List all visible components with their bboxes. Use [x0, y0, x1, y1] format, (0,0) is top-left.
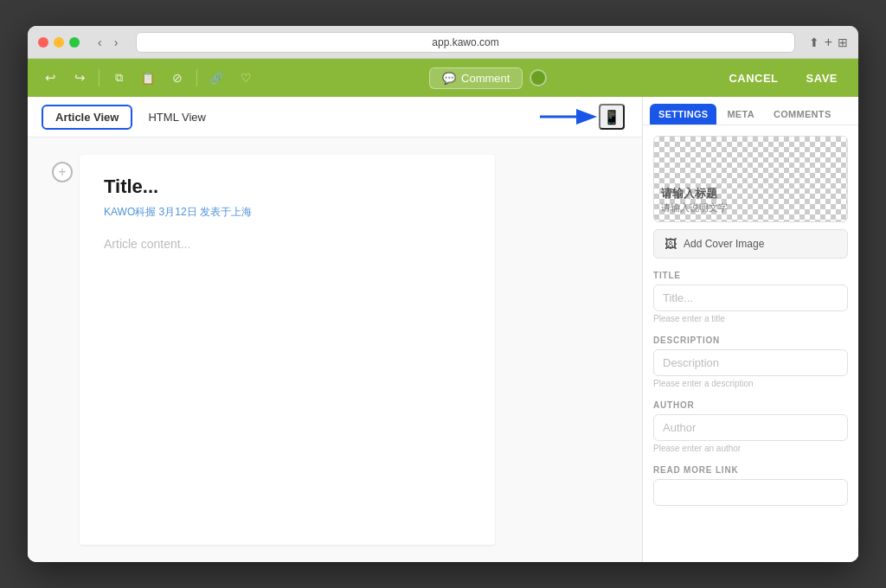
block-button[interactable]: ⊘	[165, 66, 189, 90]
description-input[interactable]	[653, 349, 848, 376]
duplicate-button[interactable]: ⧉	[106, 66, 131, 90]
cover-subtitle-text: 请输入说明文字	[661, 201, 728, 214]
read-more-label: READ MORE LINK	[653, 465, 848, 475]
field-group-author: AUTHOR Please enter an author	[653, 400, 848, 453]
author-label: AUTHOR	[653, 400, 848, 410]
right-settings-panel: SETTINGS META COMMENTS 请输入标题 请输入说明文字 🖼	[642, 97, 858, 562]
tab-article-view[interactable]: Article View	[42, 105, 132, 130]
article-meta: KAWO科握 3月12日 发表于上海	[104, 205, 471, 220]
heart-button[interactable]: ♡	[234, 66, 258, 90]
image-icon: 🖼	[664, 237, 677, 251]
arrow-annotation	[540, 105, 609, 129]
app-toolbar: ↩ ↪ ⧉ 📋 ⊘ 🔗 ♡ 💬 Comment CANCEL SAVE	[28, 59, 858, 97]
comment-icon: 💬	[442, 72, 456, 85]
close-window-button[interactable]	[38, 37, 48, 48]
center-content: Article View HTML View 📱	[28, 97, 642, 562]
tab-settings[interactable]: SETTINGS	[650, 104, 716, 125]
browser-actions: ⬆ + ⊞	[809, 35, 848, 50]
toolbar-divider-1	[99, 69, 100, 86]
add-column: +	[45, 155, 80, 545]
description-hint: Please enter a description	[653, 379, 848, 388]
browser-nav: ‹ ›	[93, 34, 122, 51]
traffic-lights	[38, 37, 80, 48]
undo-button[interactable]: ↩	[38, 66, 62, 90]
toolbar-center: 💬 Comment	[263, 67, 713, 89]
add-block-button[interactable]: +	[52, 162, 73, 182]
add-cover-image-button[interactable]: 🖼 Add Cover Image	[653, 229, 848, 259]
minimize-window-button[interactable]	[54, 37, 64, 48]
toolbar-divider-2	[196, 69, 197, 86]
back-button[interactable]: ‹	[93, 34, 106, 51]
maximize-window-button[interactable]	[69, 37, 80, 48]
comment-indicator	[530, 69, 547, 86]
address-bar[interactable]: app.kawo.com	[136, 32, 794, 53]
redo-button[interactable]: ↪	[67, 66, 92, 90]
share-icon: ⬆	[809, 35, 819, 49]
title-hint: Please enter a title	[653, 314, 848, 323]
save-button[interactable]: SAVE	[796, 67, 848, 90]
description-label: DESCRIPTION	[653, 336, 848, 345]
view-tabs-bar: Article View HTML View 📱	[28, 97, 642, 137]
comment-button[interactable]: 💬 Comment	[429, 67, 523, 89]
comment-label: Comment	[461, 72, 510, 85]
cover-image-preview: 请输入标题 请输入说明文字	[653, 136, 848, 222]
read-more-input[interactable]	[653, 479, 848, 506]
article-body: Article content...	[104, 237, 471, 251]
author-input[interactable]	[653, 414, 848, 441]
field-group-title: TITLE Please enter a title	[653, 271, 848, 323]
article-card: Title... KAWO科握 3月12日 发表于上海 Article cont…	[80, 155, 495, 545]
title-label: TITLE	[653, 271, 848, 280]
forward-button[interactable]: ›	[110, 34, 123, 51]
author-hint: Please enter an author	[653, 444, 848, 453]
browser-window: ‹ › app.kawo.com ⬆ + ⊞ ↩ ↪ ⧉ 📋 ⊘ 🔗 ♡ 💬	[28, 26, 858, 562]
article-title: Title...	[104, 176, 471, 198]
cover-title-text: 请输入标题	[661, 186, 728, 201]
panel-tabs: SETTINGS META COMMENTS	[643, 97, 858, 125]
tab-meta[interactable]: META	[718, 104, 763, 125]
new-tab-icon[interactable]: +	[825, 35, 832, 50]
app-container: ↩ ↪ ⧉ 📋 ⊘ 🔗 ♡ 💬 Comment CANCEL SAVE	[28, 59, 858, 562]
link-button[interactable]: 🔗	[204, 66, 228, 90]
tab-comments[interactable]: COMMENTS	[765, 104, 840, 125]
cancel-button[interactable]: CANCEL	[718, 67, 788, 90]
clipboard-button[interactable]: 📋	[136, 66, 160, 90]
add-cover-label: Add Cover Image	[684, 238, 764, 250]
field-group-description: DESCRIPTION Please enter a description	[653, 336, 848, 388]
field-group-read-more: READ MORE LINK	[653, 465, 848, 506]
toolbar-right: CANCEL SAVE	[718, 67, 848, 90]
title-input[interactable]	[653, 284, 848, 311]
panel-body: 请输入标题 请输入说明文字 🖼 Add Cover Image TITLE Pl…	[643, 125, 858, 562]
grid-icon[interactable]: ⊞	[838, 35, 848, 49]
article-content-area: + Title... KAWO科握 3月12日 发表于上海 Article co…	[28, 137, 642, 562]
tab-html-view[interactable]: HTML View	[136, 106, 217, 128]
app-main: Article View HTML View 📱	[28, 97, 858, 562]
address-text: app.kawo.com	[432, 36, 498, 48]
cover-text-overlay: 请输入标题 请输入说明文字	[661, 186, 728, 214]
browser-titlebar: ‹ › app.kawo.com ⬆ + ⊞	[28, 26, 858, 59]
